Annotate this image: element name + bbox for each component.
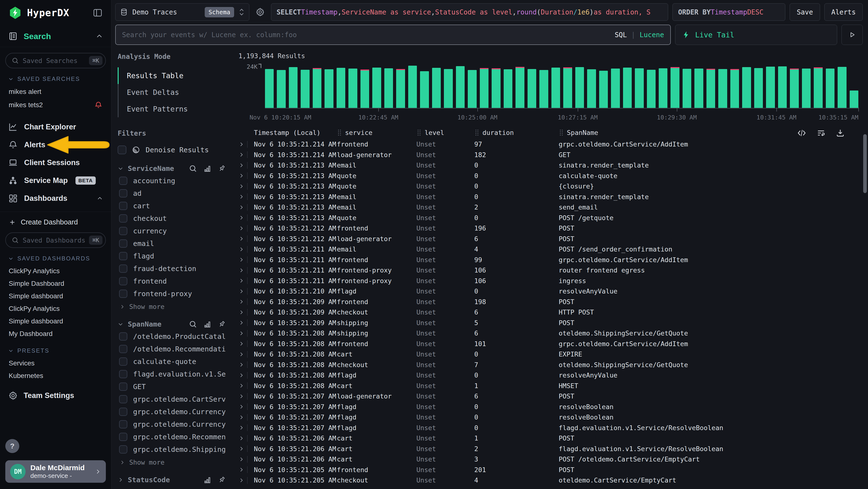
checkbox[interactable]: [119, 420, 127, 428]
checkbox[interactable]: [119, 227, 127, 235]
histogram-bar[interactable]: [754, 68, 763, 108]
checkbox[interactable]: [119, 252, 127, 260]
saved-dashboard-item[interactable]: Simple dashboard: [5, 315, 106, 327]
histogram-bar[interactable]: [408, 66, 417, 108]
row-expander[interactable]: [239, 340, 254, 347]
table-row[interactable]: Nov 6 10:35:21.208 AMcartUnset1HMSET: [239, 381, 858, 391]
histogram-bar[interactable]: [301, 70, 309, 108]
histogram-bar[interactable]: [587, 69, 596, 108]
column-header-level[interactable]: level: [416, 129, 474, 136]
alerts-button[interactable]: Alerts: [824, 3, 863, 21]
table-row[interactable]: Nov 6 10:35:21.208 AMflagdUnset0resolveA…: [239, 370, 858, 381]
analysis-mode-results-table[interactable]: Results Table: [118, 67, 226, 84]
histogram-bar[interactable]: [707, 69, 715, 108]
row-expander[interactable]: [239, 183, 254, 190]
table-row[interactable]: Nov 6 10:35:21.205 AMcheckoutUnset4oteld…: [239, 475, 858, 486]
row-expander[interactable]: [239, 466, 254, 473]
analysis-mode-event-patterns[interactable]: Event Patterns: [118, 100, 226, 117]
table-row[interactable]: Nov 6 10:35:21.212 AMfrontendUnset196POS…: [239, 223, 858, 234]
histogram-bars[interactable]: [265, 65, 858, 109]
checkbox[interactable]: [119, 433, 127, 441]
column-grip-icon[interactable]: [474, 129, 479, 136]
histogram-bar[interactable]: [671, 67, 679, 108]
row-expander[interactable]: [239, 424, 254, 431]
filter-checkbox-item[interactable]: grpc.oteldemo.Recommend…: [118, 431, 226, 443]
column-header-duration[interactable]: duration: [474, 129, 559, 136]
wrap-lines-icon[interactable]: [816, 128, 826, 138]
sidebar-item-chart-explorer[interactable]: Chart Explorer: [5, 118, 106, 136]
checkbox[interactable]: [119, 189, 127, 197]
histogram-bar[interactable]: [277, 70, 285, 108]
histogram-bar[interactable]: [420, 71, 429, 108]
checkbox[interactable]: [119, 264, 127, 273]
row-expander[interactable]: [239, 246, 254, 253]
filter-checkbox-item[interactable]: frontend: [118, 275, 226, 287]
saved-dashboard-item[interactable]: ClickPy Analytics: [5, 265, 106, 277]
filter-checkbox-item[interactable]: ad: [118, 187, 226, 200]
histogram-bar[interactable]: [551, 67, 560, 108]
table-row[interactable]: Nov 6 10:35:21.206 AMcartUnset2flagd.eva…: [239, 443, 858, 454]
row-expander[interactable]: [239, 151, 254, 158]
row-expander[interactable]: [239, 382, 254, 389]
table-row[interactable]: Nov 6 10:35:21.213 AMemailUnset0sinatra.…: [239, 192, 858, 202]
select-clause-input[interactable]: SELECT Timestamp, ServiceName as service…: [271, 3, 668, 21]
table-row[interactable]: Nov 6 10:35:21.214 AMload-generatorUnset…: [239, 150, 858, 160]
table-row[interactable]: Nov 6 10:35:21.210 AMflagdUnset0resolveA…: [239, 286, 858, 297]
saved-dashboards-input[interactable]: Saved Dashboards ⌘K: [5, 232, 106, 248]
sidebar-item-dashboards[interactable]: Dashboards: [5, 190, 106, 207]
table-row[interactable]: Nov 6 10:35:21.206 AMcartUnset3POST /ote…: [239, 454, 858, 465]
checkbox[interactable]: [119, 445, 127, 454]
histogram-bar[interactable]: [850, 90, 858, 108]
table-row[interactable]: Nov 6 10:35:21.211 AMemailUnset4POST /se…: [239, 244, 858, 255]
table-row[interactable]: Nov 6 10:35:21.214 AMfrontendUnset97grpc…: [239, 139, 858, 150]
checkbox[interactable]: [119, 345, 127, 353]
chevron-up-icon[interactable]: [96, 33, 103, 40]
histogram-bar[interactable]: [289, 67, 298, 108]
histogram-bar[interactable]: [683, 69, 691, 108]
filter-checkbox-item[interactable]: GET: [118, 380, 226, 393]
checkbox[interactable]: [119, 370, 127, 378]
histogram-bar[interactable]: [456, 66, 465, 108]
preset-item[interactable]: Kubernetes: [5, 370, 106, 382]
table-row[interactable]: Nov 6 10:35:21.211 AMfrontendUnset99grpc…: [239, 255, 858, 265]
histogram-bar[interactable]: [480, 68, 489, 108]
histogram-bar[interactable]: [694, 68, 703, 108]
saved-dashboards-header[interactable]: SAVED DASHBOARDS: [5, 248, 106, 265]
histogram-bar[interactable]: [826, 68, 835, 108]
row-expander[interactable]: [239, 319, 254, 326]
row-expander[interactable]: [239, 288, 254, 295]
filter-group-servicename[interactable]: ServiceName: [118, 164, 226, 173]
histogram-bar[interactable]: [516, 67, 524, 108]
run-query-button[interactable]: [841, 25, 863, 45]
row-expander[interactable]: [239, 435, 254, 442]
histogram-bar[interactable]: [790, 68, 799, 108]
row-expander[interactable]: [239, 162, 254, 169]
filter-checkbox-item[interactable]: fraud-detection: [118, 262, 226, 275]
save-button[interactable]: Save: [789, 3, 820, 21]
filter-checkbox-item[interactable]: calculate-quote: [118, 355, 226, 368]
table-row[interactable]: Nov 6 10:35:21.208 AMcheckoutUnset7oteld…: [239, 359, 858, 370]
table-row[interactable]: Nov 6 10:35:21.213 AMquoteUnset0calculat…: [239, 171, 858, 181]
row-expander[interactable]: [239, 309, 254, 316]
histogram-bar[interactable]: [611, 68, 620, 108]
histogram-bar[interactable]: [766, 67, 775, 108]
sidebar-item-service-map[interactable]: Service MapBETA: [5, 172, 106, 190]
filter-checkbox-item[interactable]: flagd: [118, 250, 226, 262]
filter-checkbox-item[interactable]: frontend-proxy: [118, 287, 226, 300]
row-expander[interactable]: [239, 351, 254, 358]
histogram-bar[interactable]: [492, 68, 500, 108]
table-row[interactable]: Nov 6 10:35:21.208 AMshippingUnset6oteld…: [239, 328, 858, 339]
histogram-bar[interactable]: [730, 69, 739, 108]
denoise-results-toggle[interactable]: Denoise Results: [118, 146, 226, 154]
order-by-input[interactable]: ORDER BY Timestamp DESC: [673, 3, 785, 21]
filter-checkbox-item[interactable]: grpc.oteldemo.ShippingS…: [118, 443, 226, 456]
schema-badge[interactable]: Schema: [205, 7, 234, 18]
search-input[interactable]: Search your events w/ Lucene ex. column:…: [115, 25, 671, 45]
row-expander[interactable]: [239, 256, 254, 263]
row-expander[interactable]: [239, 403, 254, 410]
saved-dashboard-item[interactable]: My Dashboard: [5, 327, 106, 340]
histogram-bar[interactable]: [265, 69, 274, 108]
histogram-bar[interactable]: [802, 68, 811, 108]
histogram-bar[interactable]: [563, 67, 572, 108]
filter-checkbox-item[interactable]: accounting: [118, 174, 226, 187]
